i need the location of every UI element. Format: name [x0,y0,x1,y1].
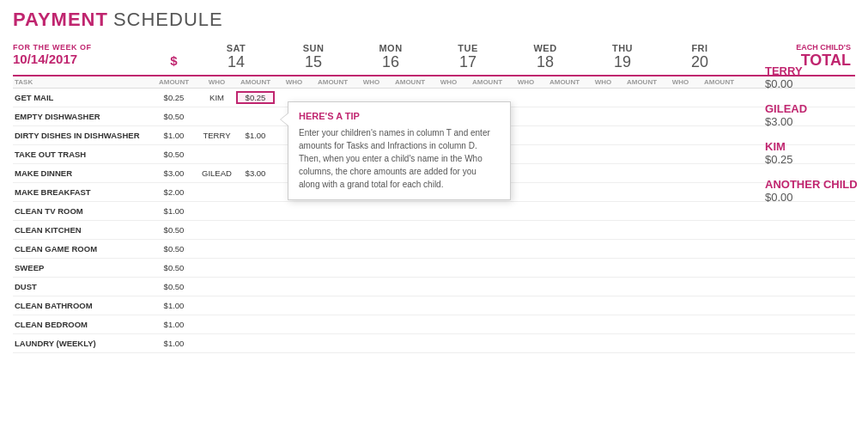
th-wed-who: WHO [507,78,545,86]
task-name: DUST [13,282,150,291]
sat-amount[interactable]: $3.00 [236,168,275,178]
child-name: KIM [765,140,859,153]
task-name: MAKE DINNER [13,168,150,178]
week-label: FOR THE WEEK OF [13,43,150,52]
task-amount: $1.00 [150,301,197,310]
task-name: DIRTY DISHES IN DISHWASHER [13,131,150,140]
child-amount: $0.25 [765,153,859,166]
th-wed-amount: AMOUNT [545,78,584,86]
table-row[interactable]: CLEAN BEDROOM $1.00 [13,315,855,334]
title-schedule: SCHEDULE [113,9,223,31]
task-amount: $0.50 [150,244,197,254]
th-fri-who: WHO [661,78,700,86]
tooltip-arrow-inner [281,113,288,125]
th-sun-who: WHO [275,78,313,86]
th-tue-amount: AMOUNT [468,78,507,86]
child-total-kim: KIM $0.25 [765,140,859,166]
task-name: LAUNDRY (WEEKLY) [13,339,150,348]
task-name: EMPTY DISHWASHER [13,112,150,121]
task-amount: $0.50 [150,225,197,235]
tip-tooltip: HERE'S A TIP Enter your children's names… [288,101,511,200]
each-childs-label: EACH CHILD'S [738,43,851,52]
day-wed: WED 18 [507,43,584,71]
child-name: GILEAD [765,102,859,115]
child-amount: $3.00 [765,115,859,128]
day-sun-name: SUN [303,43,325,53]
day-sun: SUN 15 [275,43,352,71]
day-fri: FRI 20 [661,43,738,71]
child-amount: $0.00 [765,191,859,204]
task-name: CLEAN TV ROOM [13,206,150,216]
day-sat-name: SAT [227,43,246,53]
th-mon-who: WHO [352,78,391,86]
task-amount: $1.00 [150,320,197,329]
table-row[interactable]: CLEAN GAME ROOM $0.50 [13,240,855,259]
table-row[interactable]: CLEAN KITCHEN $0.50 [13,221,855,240]
task-name: GET MAIL [13,93,150,102]
th-sun-amount: AMOUNT [313,78,352,86]
page-title: PAYMENT SCHEDULE [13,9,855,31]
table-row[interactable]: SWEEP $0.50 [13,259,855,278]
day-mon-num: 16 [382,53,399,71]
day-thu-name: THU [612,43,633,53]
dollar-header: $ [150,43,197,68]
children-totals: TERRY $0.00 GILEAD $3.00 KIM $0.25 ANOTH… [756,64,868,216]
day-sun-num: 15 [305,53,322,71]
task-amount: $0.50 [150,150,197,159]
table-row[interactable]: DUST $0.50 [13,278,855,296]
tooltip-text: Enter your children's names in column T … [299,126,500,191]
th-amount: AMOUNT [150,78,197,86]
task-amount: $3.00 [150,168,197,178]
child-name: ANOTHER CHILD [765,178,859,191]
day-sat-num: 14 [228,53,245,71]
child-name: TERRY [765,64,859,77]
task-name: SWEEP [13,263,150,272]
th-task: TASK [13,78,150,86]
header-row: FOR THE WEEK OF 10/14/2017 $ SAT 14 SUN … [13,43,855,76]
task-amount: $2.00 [150,187,197,197]
th-thu-amount: AMOUNT [622,78,661,86]
child-total-terry: TERRY $0.00 [765,64,859,90]
child-total-another-child: ANOTHER CHILD $0.00 [765,178,859,204]
task-name: CLEAN BEDROOM [13,320,150,329]
task-name: CLEAN KITCHEN [13,225,150,235]
sat-amount[interactable]: $0.25 [236,91,275,104]
day-tue: TUE 17 [429,43,507,71]
table-row[interactable]: CLEAN BATHROOM $1.00 [13,296,855,315]
task-amount: $0.25 [150,93,197,102]
tooltip-arrow [280,113,288,126]
day-sat: SAT 14 [197,43,275,71]
sat-who[interactable]: TERRY [197,131,236,140]
day-wed-num: 18 [537,53,554,71]
th-mon-amount: AMOUNT [391,78,429,86]
day-fri-num: 20 [691,53,708,71]
sat-who[interactable]: KIM [197,93,236,102]
table-row[interactable]: LAUNDRY (WEEKLY) $1.00 [13,334,855,353]
sat-amount[interactable]: $1.00 [236,131,275,140]
page: PAYMENT SCHEDULE FOR THE WEEK OF 10/14/2… [0,0,868,362]
task-amount: $1.00 [150,131,197,140]
tooltip-title: HERE'S A TIP [299,111,500,121]
child-total-gilead: GILEAD $3.00 [765,102,859,128]
th-tue-who: WHO [429,78,468,86]
sat-who[interactable]: GILEAD [197,168,236,178]
week-date: 10/14/2017 [13,52,150,66]
child-amount: $0.00 [765,77,859,90]
th-sat-amount: AMOUNT [236,78,275,86]
task-amount: $0.50 [150,263,197,272]
day-mon: MON 16 [352,43,429,71]
day-thu-num: 19 [614,53,631,71]
th-fri-amount: AMOUNT [700,78,738,86]
day-thu: THU 19 [584,43,661,71]
task-amount: $0.50 [150,282,197,291]
column-headers: TASK AMOUNT WHO AMOUNT WHO AMOUNT WHO AM… [13,76,855,89]
week-info: FOR THE WEEK OF 10/14/2017 [13,43,150,66]
task-name: CLEAN GAME ROOM [13,244,150,254]
task-name: MAKE BREAKFAST [13,187,150,197]
task-amount: $1.00 [150,339,197,348]
task-name: CLEAN BATHROOM [13,301,150,310]
table-row[interactable]: CLEAN TV ROOM $1.00 [13,202,855,221]
day-fri-name: FRI [691,43,707,53]
th-sat-who: WHO [197,78,236,86]
task-amount: $1.00 [150,206,197,216]
